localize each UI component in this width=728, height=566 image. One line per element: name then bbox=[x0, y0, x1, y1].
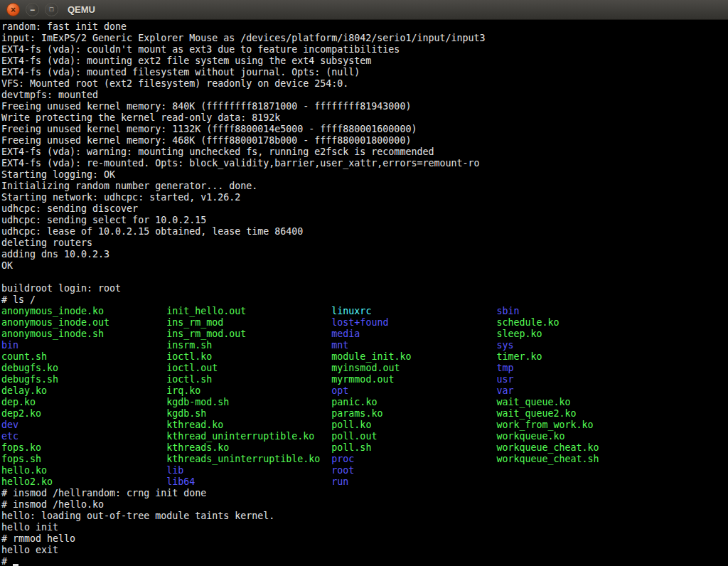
console-line: VFS: Mounted root (ext2 filesystem) read… bbox=[1, 78, 728, 90]
console-text: EXT4-fs (vda): re-mounted. Opts: block_v… bbox=[1, 158, 479, 169]
console-text: # ls / bbox=[1, 294, 36, 305]
console-text: media bbox=[331, 329, 496, 339]
console-line: # rmmod hello bbox=[1, 533, 728, 545]
console-line: hello.ko lib root bbox=[1, 465, 728, 476]
console-line: udhcpc: sending discover bbox=[1, 203, 728, 215]
console-line: Starting logging: OK bbox=[1, 169, 728, 181]
console-text: sys bbox=[497, 340, 514, 351]
console-text: VFS: Mounted root (ext2 filesystem) read… bbox=[1, 78, 348, 89]
console-text: EXT4-fs (vda): warning: mounting uncheck… bbox=[1, 146, 434, 157]
console-text: kthread_uninterruptible.ko bbox=[166, 431, 331, 442]
console-line: udhcpc: lease of 10.0.2.15 obtained, lea… bbox=[1, 226, 728, 237]
console-text: hello2.ko bbox=[1, 476, 166, 487]
console-text: Write protecting the kernel read-only da… bbox=[1, 112, 280, 123]
console-text: Initializing random number generator... … bbox=[1, 181, 257, 191]
close-icon: × bbox=[11, 6, 16, 14]
console-line: anonymous_inode.ko init_hello.out linuxr… bbox=[1, 306, 728, 317]
console-line: debugfs.ko ioctl.out myinsmod.out tmp bbox=[1, 363, 728, 374]
console-text: wait_queue2.ko bbox=[497, 408, 577, 419]
console-text: anonymous_inode.sh bbox=[1, 329, 166, 339]
console-line: adding dns 10.0.2.3 bbox=[1, 249, 728, 260]
console-text: hello init bbox=[1, 522, 58, 533]
console-text: myrmmod.out bbox=[331, 374, 496, 385]
window-controls: × − □ bbox=[6, 3, 58, 16]
console-text: input: ImExPS/2 Generic Explorer Mouse a… bbox=[1, 33, 485, 43]
console-text: module_init.ko bbox=[331, 351, 496, 362]
console-text: fops.sh bbox=[1, 454, 166, 464]
console-text: proc bbox=[331, 454, 496, 464]
window-title: QEMU bbox=[68, 4, 95, 15]
console-text: mnt bbox=[331, 340, 496, 351]
console-text: Freeing unused kernel memory: 468K (ffff… bbox=[1, 135, 411, 146]
console-text: lost+found bbox=[331, 317, 496, 328]
console-text: etc bbox=[1, 431, 166, 442]
console-line: dep.ko kgdb-mod.sh panic.ko wait_queue.k… bbox=[1, 397, 728, 408]
console-text: dev bbox=[1, 420, 166, 430]
console-line: # bbox=[1, 556, 728, 566]
console-line: Freeing unused kernel memory: 840K (ffff… bbox=[1, 101, 728, 112]
console-line: EXT4-fs (vda): re-mounted. Opts: block_v… bbox=[1, 158, 728, 169]
console-line: fops.ko kthreads.ko poll.sh workqueue_ch… bbox=[1, 442, 728, 454]
console-line: EXT4-fs (vda): couldn't mount as ext3 du… bbox=[1, 44, 728, 55]
console-text: lib bbox=[166, 465, 331, 476]
console-screen[interactable]: random: fast init doneinput: ImExPS/2 Ge… bbox=[0, 20, 728, 566]
console-line: # ls / bbox=[1, 294, 728, 306]
console-text: usr bbox=[497, 374, 514, 385]
console-line: # insmod /hellrandom: crng init done bbox=[1, 488, 728, 499]
console-text: sleep.ko bbox=[497, 329, 542, 339]
console-text: ins_rm_mod bbox=[166, 317, 331, 328]
titlebar[interactable]: × − □ QEMU bbox=[0, 0, 728, 20]
console-text: bin bbox=[1, 340, 166, 351]
maximize-button[interactable]: □ bbox=[45, 3, 58, 16]
minimize-button[interactable]: − bbox=[26, 3, 39, 16]
console-text: timer.ko bbox=[497, 351, 542, 362]
console-text: hello: loading out-of-tree module taints… bbox=[1, 511, 274, 521]
console-text: hello.ko bbox=[1, 465, 166, 476]
console-text: fops.ko bbox=[1, 442, 166, 453]
console-text: kgdb-mod.sh bbox=[166, 397, 331, 407]
console-text: ins_rm_mod.out bbox=[166, 329, 331, 339]
console-text: # insmod /hellrandom: crng init done bbox=[1, 488, 206, 498]
console-line: bin insrm.sh mnt sys bbox=[1, 340, 728, 351]
console-text: deleting routers bbox=[1, 237, 92, 248]
console-line: Initializing random number generator... … bbox=[1, 181, 728, 192]
console-text: params.ko bbox=[331, 408, 496, 419]
maximize-icon: □ bbox=[50, 6, 53, 13]
console-line: hello2.ko lib64 run bbox=[1, 476, 728, 488]
console-text: EXT4-fs (vda): mounted filesystem withou… bbox=[1, 67, 360, 78]
console-text: debugfs.sh bbox=[1, 374, 166, 385]
console-text: udhcpc: sending select for 10.0.2.15 bbox=[1, 215, 206, 225]
console-text: panic.ko bbox=[331, 397, 496, 407]
console-text: Freeing unused kernel memory: 840K (ffff… bbox=[1, 101, 411, 112]
close-button[interactable]: × bbox=[6, 3, 20, 16]
console-line: Freeing unused kernel memory: 468K (ffff… bbox=[1, 135, 728, 146]
console-line: hello init bbox=[1, 522, 728, 533]
text-cursor bbox=[13, 556, 18, 566]
console-text: irq.ko bbox=[166, 385, 331, 396]
console-line: # insmod /hello.ko bbox=[1, 499, 728, 511]
console-line: devtmpfs: mounted bbox=[1, 90, 728, 101]
console-line: dep2.ko kgdb.sh params.ko wait_queue2.ko bbox=[1, 408, 728, 420]
console-text: # insmod /hello.ko bbox=[1, 499, 104, 510]
console-line: OK bbox=[1, 260, 728, 272]
console-text: insrm.sh bbox=[166, 340, 331, 351]
console-text: workqueue_cheat.ko bbox=[497, 442, 599, 453]
console-text: var bbox=[497, 385, 514, 396]
console-text: kthread.ko bbox=[166, 420, 331, 430]
console-line: deleting routers bbox=[1, 237, 728, 249]
console-text: schedule.ko bbox=[497, 317, 560, 328]
console-text: init_hello.out bbox=[166, 306, 331, 316]
console-text: opt bbox=[331, 385, 496, 396]
console-text: ioctl.ko bbox=[166, 351, 331, 362]
console-text: hello exit bbox=[1, 545, 58, 555]
console-text: poll.sh bbox=[331, 442, 496, 453]
console-line: hello: loading out-of-tree module taints… bbox=[1, 511, 728, 522]
console-text: anonymous_inode.out bbox=[1, 317, 166, 328]
console-text: run bbox=[331, 476, 348, 487]
console-text: # bbox=[1, 556, 13, 566]
console-text: lib64 bbox=[166, 476, 331, 487]
console-line: input: ImExPS/2 Generic Explorer Mouse a… bbox=[1, 33, 728, 44]
console-text: tmp bbox=[497, 363, 514, 373]
console-line bbox=[1, 272, 728, 283]
minimize-icon: − bbox=[30, 6, 35, 14]
